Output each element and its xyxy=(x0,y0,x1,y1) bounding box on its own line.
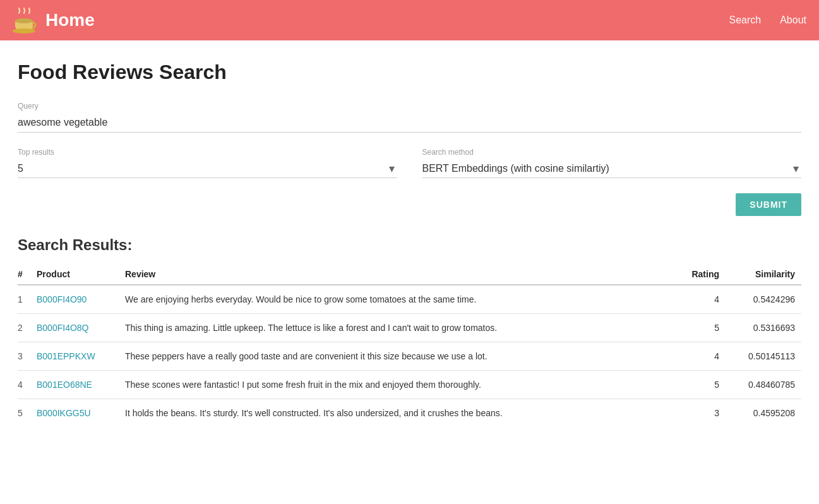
cell-review: These scones were fantastic! I put some … xyxy=(125,371,675,399)
col-header-rating: Rating xyxy=(675,264,726,285)
cell-rating: 4 xyxy=(675,285,726,314)
query-field: Query xyxy=(18,102,801,133)
col-header-num: # xyxy=(18,264,37,285)
food-icon xyxy=(13,7,39,33)
results-title: Search Results: xyxy=(18,236,801,254)
query-label: Query xyxy=(18,102,801,111)
col-header-product: Product xyxy=(37,264,125,285)
cell-review: These peppers have a really good taste a… xyxy=(125,342,675,371)
search-method-select[interactable]: BERT Embeddings (with cosine similartiy)… xyxy=(422,159,802,177)
top-results-col: Top results 1 2 3 4 5 10 15 20 ▾ xyxy=(18,148,397,178)
col-header-similarity: Similarity xyxy=(726,264,801,285)
cell-num: 5 xyxy=(18,399,37,428)
navbar: Home Search About xyxy=(0,0,819,40)
svg-point-2 xyxy=(13,28,35,33)
cell-similarity: 0.48460785 xyxy=(726,371,801,399)
cell-product: B000FI4O90 xyxy=(37,285,125,314)
brand-label: Home xyxy=(45,10,95,30)
table-row: 4 B001EO68NE These scones were fantastic… xyxy=(18,371,801,399)
cell-product: B001EO68NE xyxy=(37,371,125,399)
product-link[interactable]: B001EO68NE xyxy=(37,380,92,390)
search-method-label: Search method xyxy=(422,148,802,157)
cell-product: B000IKGG5U xyxy=(37,399,125,428)
nav-search-link[interactable]: Search xyxy=(729,15,761,26)
cell-num: 1 xyxy=(18,285,37,314)
cell-num: 4 xyxy=(18,371,37,399)
navbar-links: Search About xyxy=(729,15,806,26)
page-title: Food Reviews Search xyxy=(18,61,801,84)
cell-review: We are enjoying herbs everyday. Would be… xyxy=(125,285,675,314)
cell-similarity: 0.50145113 xyxy=(726,342,801,371)
search-method-col: Search method BERT Embeddings (with cosi… xyxy=(422,148,802,178)
submit-row: SUBMIT xyxy=(18,193,801,216)
form-dropdowns-row: Top results 1 2 3 4 5 10 15 20 ▾ Search … xyxy=(18,148,801,178)
top-results-select[interactable]: 1 2 3 4 5 10 15 20 xyxy=(18,159,397,177)
cell-rating: 4 xyxy=(675,342,726,371)
table-row: 2 B000FI4O8Q This thing is amazing. Litt… xyxy=(18,314,801,342)
cell-review: It holds the beans. It's sturdy. It's we… xyxy=(125,399,675,428)
table-header-row: # Product Review Rating Similarity xyxy=(18,264,801,285)
cell-num: 3 xyxy=(18,342,37,371)
table-row: 5 B000IKGG5U It holds the beans. It's st… xyxy=(18,399,801,428)
nav-about-link[interactable]: About xyxy=(780,15,806,26)
top-results-label: Top results xyxy=(18,148,397,157)
cell-rating: 5 xyxy=(675,371,726,399)
cell-review: This thing is amazing. Little upkeep. Th… xyxy=(125,314,675,342)
table-row: 1 B000FI4O90 We are enjoying herbs every… xyxy=(18,285,801,314)
cell-product: B001EPPKXW xyxy=(37,342,125,371)
cell-similarity: 0.5424296 xyxy=(726,285,801,314)
search-method-wrapper: BERT Embeddings (with cosine similartiy)… xyxy=(422,159,802,178)
cell-similarity: 0.4595208 xyxy=(726,399,801,428)
cell-rating: 5 xyxy=(675,314,726,342)
cell-similarity: 0.5316693 xyxy=(726,314,801,342)
main-content: Food Reviews Search Query Top results 1 … xyxy=(0,40,819,447)
product-link[interactable]: B000IKGG5U xyxy=(37,408,91,418)
cell-rating: 3 xyxy=(675,399,726,428)
cell-num: 2 xyxy=(18,314,37,342)
submit-button[interactable]: SUBMIT xyxy=(736,193,801,216)
query-input[interactable] xyxy=(18,113,801,133)
table-row: 3 B001EPPKXW These peppers have a really… xyxy=(18,342,801,371)
svg-point-3 xyxy=(15,18,33,23)
col-header-review: Review xyxy=(125,264,675,285)
top-results-wrapper: 1 2 3 4 5 10 15 20 ▾ xyxy=(18,159,397,178)
product-link[interactable]: B001EPPKXW xyxy=(37,351,95,361)
product-link[interactable]: B000FI4O8Q xyxy=(37,323,89,333)
product-link[interactable]: B000FI4O90 xyxy=(37,294,87,304)
cell-product: B000FI4O8Q xyxy=(37,314,125,342)
brand[interactable]: Home xyxy=(13,7,95,33)
results-table: # Product Review Rating Similarity 1 B00… xyxy=(18,264,801,427)
